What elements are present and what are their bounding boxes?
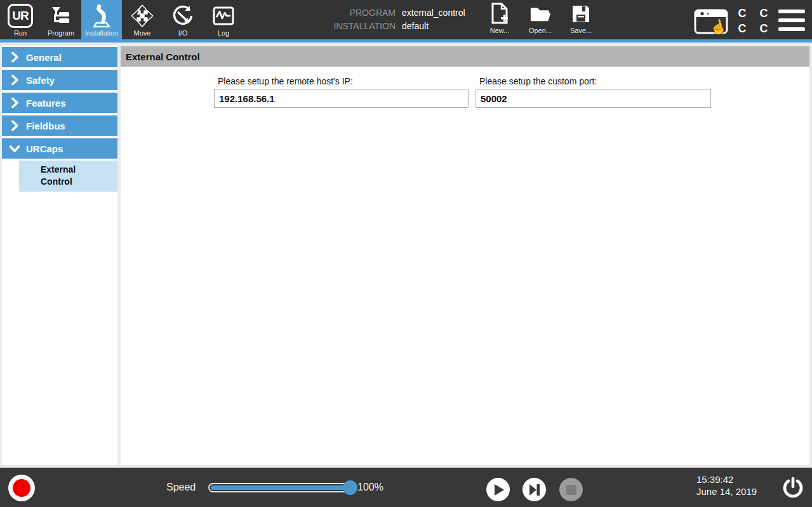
main-panel: External Control Please setup the remote… bbox=[121, 46, 809, 465]
ip-field-label: Please setup the remote host's IP: bbox=[214, 76, 469, 86]
speed-value: 100% bbox=[357, 482, 383, 493]
sidebar-subitem-label: External Control bbox=[41, 164, 91, 188]
tab-installation-label: Installation bbox=[85, 29, 119, 37]
cc-indicator[interactable]: C C C C bbox=[734, 6, 772, 36]
remote-host-ip-group: Please setup the remote host's IP: bbox=[214, 76, 469, 108]
tab-program[interactable]: Program bbox=[41, 0, 81, 39]
program-tree-icon bbox=[48, 3, 74, 29]
play-button[interactable] bbox=[486, 478, 510, 501]
sidebar-item-label: URCaps bbox=[26, 143, 63, 154]
sidebar-subitem-external-control[interactable]: External Control bbox=[19, 161, 117, 192]
sidebar-item-features[interactable]: Features bbox=[2, 93, 117, 113]
tab-move[interactable]: Move bbox=[122, 0, 163, 39]
new-button[interactable]: New... bbox=[479, 3, 520, 38]
chevron-down-icon bbox=[9, 143, 20, 154]
power-icon bbox=[782, 477, 804, 499]
sidebar-item-fieldbus[interactable]: Fieldbus bbox=[2, 115, 117, 136]
chevron-right-icon bbox=[9, 120, 20, 131]
sidebar-item-label: General bbox=[26, 52, 62, 63]
top-bar: UR Run Program bbox=[0, 0, 812, 39]
log-pulse-icon bbox=[211, 3, 236, 29]
tab-installation[interactable]: Installation bbox=[81, 0, 122, 39]
tab-log-label: Log bbox=[218, 29, 229, 37]
move-cross-icon bbox=[130, 3, 155, 29]
cc-letter: C bbox=[738, 22, 747, 36]
sidebar-item-label: Fieldbus bbox=[26, 121, 65, 131]
stop-button[interactable] bbox=[559, 478, 583, 501]
clock: 15:39:42 June 14, 2019 bbox=[696, 473, 757, 497]
file-plus-icon bbox=[489, 3, 510, 25]
cc-letter: C bbox=[738, 7, 747, 20]
tab-program-label: Program bbox=[48, 29, 74, 37]
speed-label: Speed bbox=[166, 482, 196, 493]
teach-pendant-button[interactable]: ☝ bbox=[693, 8, 730, 36]
stop-icon bbox=[566, 485, 576, 495]
installation-name-value: default bbox=[402, 21, 429, 31]
hamburger-menu-button[interactable] bbox=[778, 10, 806, 31]
page-title: External Control bbox=[121, 46, 809, 67]
installation-sidebar: General Safety Features Fieldbus URCaps … bbox=[2, 46, 117, 465]
tab-run-label: Run bbox=[14, 29, 27, 37]
file-actions: New... Open... Save... bbox=[479, 3, 601, 38]
io-cycle-icon bbox=[170, 3, 196, 29]
open-button[interactable]: Open... bbox=[520, 3, 561, 38]
ur-logo-text: UR bbox=[8, 4, 33, 28]
floppy-disk-icon bbox=[570, 3, 592, 25]
robot-arm-icon bbox=[89, 3, 114, 29]
sidebar-item-label: Features bbox=[26, 98, 66, 109]
power-button[interactable] bbox=[781, 476, 804, 499]
speed-slider[interactable] bbox=[208, 483, 354, 492]
program-name-value: external_control bbox=[402, 8, 465, 18]
speed-slider-handle[interactable] bbox=[343, 480, 357, 495]
clock-date: June 14, 2019 bbox=[696, 485, 757, 497]
clock-time: 15:39:42 bbox=[696, 473, 757, 485]
robot-status-red-icon bbox=[13, 479, 30, 497]
cc-letter: C bbox=[760, 22, 768, 36]
open-button-label: Open... bbox=[529, 27, 552, 34]
tab-io-label: I/O bbox=[178, 29, 188, 37]
menu-icon bbox=[778, 10, 805, 13]
tab-io[interactable]: I/O bbox=[163, 0, 203, 39]
new-button-label: New... bbox=[490, 27, 510, 34]
initialize-robot-button[interactable] bbox=[8, 475, 35, 501]
skip-next-icon bbox=[528, 484, 541, 496]
save-button-label: Save... bbox=[570, 27, 592, 34]
tab-log[interactable]: Log bbox=[203, 0, 244, 39]
chevron-right-icon bbox=[9, 51, 20, 63]
tab-move-label: Move bbox=[134, 29, 151, 37]
program-name-label: PROGRAM bbox=[321, 8, 396, 18]
custom-port-group: Please setup the custom port: bbox=[476, 76, 711, 108]
main-tabs: UR Run Program bbox=[0, 0, 244, 39]
cc-letter: C bbox=[760, 7, 768, 20]
speed-slider-fill bbox=[211, 485, 347, 490]
program-info: PROGRAM external_control INSTALLATION de… bbox=[321, 6, 465, 32]
chevron-right-icon bbox=[9, 74, 20, 86]
folder-open-icon bbox=[529, 3, 551, 25]
installation-name-label: INSTALLATION bbox=[321, 21, 396, 31]
ur-logo-icon: UR bbox=[8, 3, 33, 29]
chevron-right-icon bbox=[9, 97, 20, 109]
play-icon bbox=[495, 484, 504, 496]
ip-input[interactable] bbox=[214, 89, 469, 108]
accent-divider bbox=[0, 39, 812, 43]
sidebar-item-safety[interactable]: Safety bbox=[2, 70, 117, 90]
step-button[interactable] bbox=[522, 478, 546, 501]
save-button[interactable]: Save... bbox=[561, 3, 601, 38]
sidebar-item-general[interactable]: General bbox=[2, 47, 117, 67]
sidebar-item-label: Safety bbox=[26, 75, 55, 86]
port-input[interactable] bbox=[476, 89, 711, 108]
bottom-bar: Speed 100% 15:39:42 June 14, 2019 bbox=[0, 468, 812, 507]
port-field-label: Please setup the custom port: bbox=[476, 76, 711, 86]
tab-run[interactable]: UR Run bbox=[0, 0, 41, 39]
sidebar-item-urcaps[interactable]: URCaps bbox=[2, 138, 117, 159]
